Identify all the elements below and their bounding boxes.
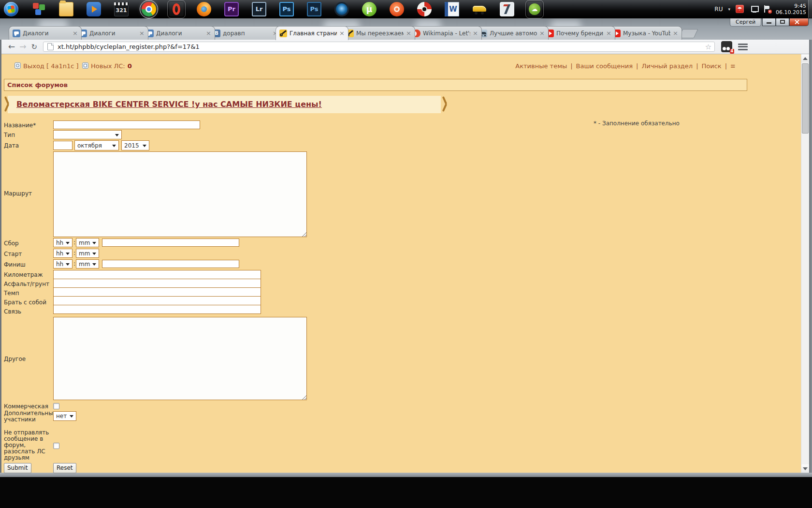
address-bar[interactable]: xt.ht/phpbb/cycleplan_register.php?&f=17… [43,42,715,52]
opera-icon[interactable] [169,2,184,16]
gather-mm-select[interactable]: mm [76,238,99,247]
photoshop-icon[interactable]: Ps [279,2,294,16]
start-hh-value: hh [54,250,63,257]
word-icon[interactable]: W [445,2,459,16]
maximize-button[interactable] [776,18,789,26]
tab-10[interactable]: Музыка - YouTub× [609,26,682,40]
finish-mm-select[interactable]: mm [76,259,99,269]
menu-icon[interactable] [738,44,748,50]
forum-nav-link-3[interactable]: Личный раздел [641,62,693,70]
finish-input[interactable] [102,260,239,268]
tab-4[interactable]: Вдоравп× [209,26,282,40]
premiere-icon[interactable]: Pr [224,2,239,16]
vertical-scrollbar[interactable] [801,54,809,473]
surface-input[interactable] [53,279,261,288]
explorer-folder-icon[interactable] [59,2,73,16]
title-input[interactable] [53,120,200,129]
participants-select[interactable]: нет [53,411,76,421]
photoshop-2-icon[interactable]: Ps [307,2,321,16]
minimize-button[interactable] [762,18,776,26]
tab-close-icon[interactable]: × [206,30,211,36]
tab-6[interactable]: Мы переезжаем× [342,26,415,40]
action-center-flag-icon[interactable]: ✕ [763,5,770,13]
language-indicator[interactable]: RU [714,6,723,13]
start-button-icon[interactable] [4,2,18,16]
camera-app-icon[interactable] [334,2,349,16]
date-year-select[interactable]: 2015 [121,140,149,150]
reload-icon[interactable]: ↻ [31,43,38,51]
tab-close-icon[interactable]: × [72,30,78,36]
lifebuoy-app-icon[interactable] [417,2,432,16]
tab-8[interactable]: Лучшие автомоб× [476,26,549,40]
antivirus-tray-icon[interactable]: ☂ [736,5,744,13]
gather-input[interactable] [102,239,239,247]
breadcrumb-label[interactable]: Список форумов [4,79,747,89]
nfs-game-icon[interactable] [500,2,514,16]
back-icon[interactable]: ← [8,43,15,51]
label-distance: Километраж [4,271,43,278]
reset-button[interactable]: Reset [53,463,76,473]
tab-5[interactable]: Главная страница× [276,26,348,40]
cloud-app-icon[interactable]: ☁ [527,2,542,16]
tab-7[interactable]: Wikimapia - Let's× [409,26,482,40]
label-gather: Сбор [4,240,19,247]
tab-3[interactable]: Диалоги× [142,26,215,40]
forum-nav-link-2[interactable]: Ваши сообщения [576,62,633,70]
tab-close-icon[interactable]: × [539,30,545,36]
no-post-checkbox[interactable] [53,443,59,449]
forum-nav-link-1[interactable]: Активные темы [515,62,567,70]
forward-icon[interactable]: → [19,43,26,51]
davinci-resolve-icon[interactable] [390,2,404,16]
logout-link[interactable]: Выход [ 4a1n1c ] [23,62,79,70]
scroll-down-icon[interactable] [801,464,809,473]
tab-1[interactable]: Диалоги× [9,26,82,40]
date-month-select[interactable]: октября [74,140,119,150]
extension-icon[interactable]: 4 [721,41,732,52]
tempo-input[interactable] [53,287,261,297]
utorrent-icon[interactable]: µ [362,2,377,16]
bring-input[interactable] [53,296,261,305]
route-textarea[interactable] [53,151,307,237]
distance-input[interactable] [53,270,261,279]
url-text[interactable]: xt.ht/phpbb/cycleplan_register.php?&f=17… [58,43,200,50]
close-button[interactable] [789,18,809,26]
network-tray-icon[interactable] [749,6,758,13]
contact-input[interactable] [53,305,261,314]
date-day-input[interactable] [53,141,72,150]
media-player-icon[interactable] [87,2,101,16]
other-textarea[interactable] [53,317,307,400]
show-desktop-button[interactable] [808,0,812,18]
codec-pack-icon[interactable] [31,2,46,16]
hidden-icons-arrow[interactable]: ▾ [728,7,730,12]
start-hh-select[interactable]: hh [53,249,72,258]
type-select[interactable] [53,130,122,139]
chrome-icon[interactable] [142,2,156,16]
car-game-icon[interactable] [472,2,487,16]
tab-close-icon[interactable]: × [606,30,611,36]
tab-close-icon[interactable]: × [339,30,345,36]
scrollbar-thumb[interactable] [802,63,809,134]
scroll-up-icon[interactable] [801,54,809,62]
tray-clock[interactable]: 9:45 06.10.2015 [776,3,806,15]
tab-2[interactable]: Диалоги× [75,26,148,40]
gather-hh-select[interactable]: hh [53,238,72,247]
firefox-icon[interactable] [197,2,211,16]
profile-button[interactable]: Сергей [730,18,761,27]
forum-nav-link-4[interactable]: Поиск [702,62,722,70]
tab-close-icon[interactable]: × [406,30,411,36]
tab-close-icon[interactable]: × [473,30,478,36]
lightroom-icon[interactable]: Lr [252,2,266,16]
commercial-checkbox[interactable] [53,403,59,409]
banner-title-link[interactable]: Веломастерская BIKE CENTER SERVICE !у на… [16,100,322,109]
finish-hh-select[interactable]: hh [53,259,72,269]
forum-nav-link-5[interactable]: ≡ [730,62,736,70]
tab-9[interactable]: Почему брендин× [542,26,615,40]
start-mm-select[interactable]: mm [76,249,99,258]
label-bring: Брать с собой [4,299,46,306]
bookmark-star-icon[interactable]: ☆ [705,43,711,51]
new-pm-link[interactable]: Новых ЛС:0 [91,62,132,70]
tab-close-icon[interactable]: × [673,30,678,36]
submit-button[interactable]: Submit [4,463,31,473]
tab-close-icon[interactable]: × [139,30,145,36]
mpc-hc-icon[interactable]: 321 [114,2,129,16]
